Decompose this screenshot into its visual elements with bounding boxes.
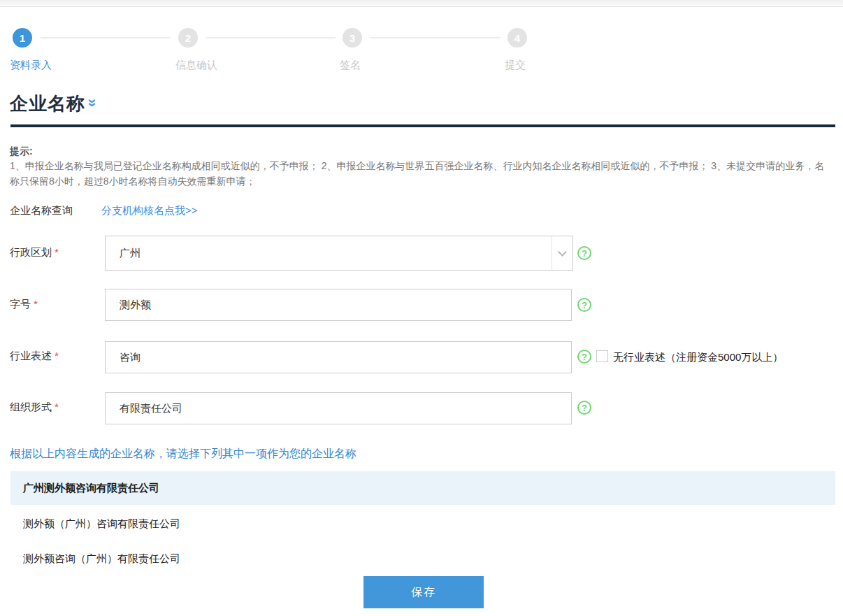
required-asterisk: * <box>55 246 59 258</box>
company-name-option-text: 广州测外额咨询有限责任公司 <box>23 482 159 495</box>
trade-name-label: 字号* <box>10 298 38 311</box>
district-select-value: 广州 <box>120 247 140 260</box>
tips-text: 1、申报企业名称与我局已登记企业名称构成相同或近似的，不予申报； 2、申报企业名… <box>10 158 833 189</box>
page-title: 企业名称 <box>10 92 85 116</box>
company-name-option-text: 测外额（广州）咨询有限责任公司 <box>23 517 180 529</box>
district-select[interactable]: 广州 <box>105 236 573 271</box>
step-2-circle: 2 <box>178 28 198 48</box>
step-4-circle: 4 <box>507 28 527 48</box>
trade-name-input[interactable] <box>105 289 572 321</box>
step-connector-1 <box>41 37 171 38</box>
company-name-option-2[interactable]: 测外额（广州）咨询有限责任公司 <box>10 517 835 531</box>
district-select-arrow[interactable] <box>552 236 572 270</box>
company-name-option-3[interactable]: 测外额咨询（广州）有限责任公司 <box>10 552 835 566</box>
chevron-down-icon <box>558 248 567 257</box>
tips-heading: 提示: <box>10 145 33 158</box>
generated-names-prompt: 根据以上内容生成的企业名称，请选择下列其中一项作为您的企业名称 <box>10 447 356 461</box>
company-name-option-1[interactable]: 广州测外额咨询有限责任公司 <box>10 471 835 505</box>
collapse-double-chevron-icon[interactable]: » <box>85 99 100 107</box>
industry-label: 行业表述* <box>10 350 59 363</box>
org-form-help-icon[interactable]: ? <box>577 401 591 415</box>
industry-help-icon[interactable]: ? <box>577 350 591 364</box>
step-2-info-confirm: 2 信息确认 <box>178 28 198 48</box>
required-asterisk: * <box>55 350 59 361</box>
no-industry-checkbox-label: 无行业表述（注册资金5000万以上） <box>613 351 783 364</box>
org-form-label: 组织形式* <box>10 401 59 414</box>
company-name-form-page: 1 资料录入 2 信息确认 3 签名 4 提交 企业名称 » 提示: 1、申报企… <box>0 0 843 616</box>
district-label: 行政区划* <box>10 246 59 259</box>
step-1-circle: 1 <box>13 28 32 48</box>
branch-name-check-link[interactable]: 分支机构核名点我>> <box>101 204 198 217</box>
org-form-input[interactable] <box>105 392 572 424</box>
trade-name-help-icon[interactable]: ? <box>577 298 591 312</box>
company-name-option-text: 测外额咨询（广州）有限责任公司 <box>23 552 180 564</box>
industry-input[interactable] <box>105 341 572 373</box>
step-1-label: 资料录入 <box>10 59 94 72</box>
step-1-data-entry: 1 资料录入 <box>13 28 32 48</box>
step-3-circle: 3 <box>343 28 362 48</box>
step-4-label: 提交 <box>505 59 589 72</box>
title-divider <box>10 124 835 127</box>
step-connector-3 <box>370 37 500 38</box>
save-button[interactable]: 保存 <box>363 576 484 608</box>
step-4-submit: 4 提交 <box>507 28 527 48</box>
name-query-label: 企业名称查询 <box>10 204 73 217</box>
step-2-label: 信息确认 <box>175 59 259 72</box>
district-help-icon[interactable]: ? <box>577 246 591 260</box>
no-industry-checkbox[interactable] <box>596 350 608 362</box>
required-asterisk: * <box>55 401 59 413</box>
page-top-border <box>0 0 843 7</box>
step-3-label: 签名 <box>340 59 424 72</box>
step-3-signature: 3 签名 <box>343 28 362 48</box>
required-asterisk: * <box>34 298 38 310</box>
step-connector-2 <box>206 37 336 38</box>
